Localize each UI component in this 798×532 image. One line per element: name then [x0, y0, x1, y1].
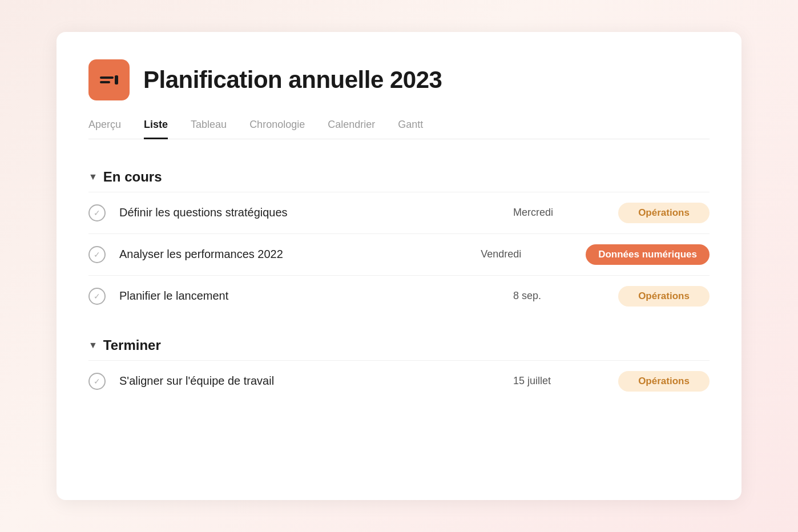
tab-calendrier[interactable]: Calendrier — [328, 119, 375, 139]
task-tag[interactable]: Opérations — [618, 371, 710, 392]
tab-gantt[interactable]: Gantt — [398, 119, 423, 139]
task-check-icon[interactable]: ✓ — [88, 204, 106, 221]
svg-rect-0 — [100, 76, 114, 79]
table-row: ✓ Analyser les performances 2022 Vendred… — [88, 233, 710, 275]
svg-rect-2 — [115, 75, 118, 84]
task-date: 8 sep. — [513, 290, 604, 302]
section-terminer-title: Terminer — [103, 337, 161, 353]
main-card: Planification annuelle 2023 Aperçu Liste… — [57, 32, 741, 500]
chevron-down-icon: ▼ — [88, 340, 98, 350]
task-date: Vendredi — [481, 248, 572, 260]
task-check-icon[interactable]: ✓ — [88, 373, 106, 390]
task-tag[interactable]: Opérations — [618, 203, 710, 223]
task-check-icon[interactable]: ✓ — [88, 288, 106, 305]
task-name: Définir les questions stratégiques — [119, 206, 499, 219]
task-date: Mercredi — [513, 207, 604, 219]
task-name: S'aligner sur l'équipe de travail — [119, 374, 499, 388]
tab-chronologie[interactable]: Chronologie — [249, 119, 305, 139]
table-row: ✓ S'aligner sur l'équipe de travail 15 j… — [88, 360, 710, 402]
task-check-icon[interactable]: ✓ — [88, 246, 106, 263]
tab-apercu[interactable]: Aperçu — [88, 119, 121, 139]
tabs-nav: Aperçu Liste Tableau Chronologie Calendr… — [88, 119, 710, 139]
task-name: Planifier le lancement — [119, 289, 499, 303]
section-terminer: ▼ Terminer ✓ S'aligner sur l'équipe de t… — [88, 326, 710, 402]
table-row: ✓ Définir les questions stratégiques Mer… — [88, 192, 710, 233]
table-row: ✓ Planifier le lancement 8 sep. Opératio… — [88, 275, 710, 317]
task-name: Analyser les performances 2022 — [119, 248, 467, 261]
tab-liste[interactable]: Liste — [144, 119, 168, 139]
task-tag[interactable]: Opérations — [618, 286, 710, 307]
app-icon — [88, 59, 130, 100]
task-list-en-cours: ✓ Définir les questions stratégiques Mer… — [88, 192, 710, 317]
chevron-down-icon: ▼ — [88, 172, 98, 182]
task-date: 15 juillet — [513, 375, 604, 387]
task-list-terminer: ✓ S'aligner sur l'équipe de travail 15 j… — [88, 360, 710, 402]
page-title: Planification annuelle 2023 — [143, 66, 442, 94]
section-terminer-header[interactable]: ▼ Terminer — [88, 326, 710, 360]
section-en-cours-title: En cours — [103, 169, 162, 185]
svg-rect-1 — [100, 81, 110, 83]
header: Planification annuelle 2023 — [88, 59, 710, 100]
task-tag[interactable]: Données numériques — [586, 244, 710, 265]
tab-tableau[interactable]: Tableau — [191, 119, 227, 139]
section-en-cours-header[interactable]: ▼ En cours — [88, 158, 710, 192]
